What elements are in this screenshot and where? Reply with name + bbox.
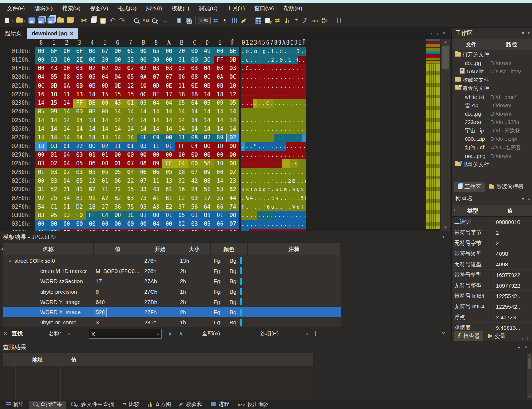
hex-byte[interactable]: 66 <box>214 203 226 212</box>
hex-byte[interactable]: 14 <box>214 177 226 186</box>
hex-byte[interactable]: 00 <box>226 211 239 220</box>
hex-byte[interactable]: 03 <box>175 64 188 73</box>
hex-byte[interactable]: 34 <box>60 194 73 203</box>
hex-byte[interactable]: 61 <box>162 185 175 194</box>
hex-byte[interactable]: 63 <box>47 56 60 65</box>
menu-item-h[interactable]: 帮助(H) <box>279 4 307 13</box>
close-all-button[interactable] <box>65 16 74 25</box>
ascii-span[interactable]: .o.o.g.l.e. .I.n <box>241 47 306 56</box>
hex-byte[interactable]: 36 <box>111 203 124 212</box>
inspector-row[interactable]: 带符号 Int641225542... <box>452 291 532 301</box>
hex-byte[interactable]: 14 <box>175 116 188 125</box>
hex-byte[interactable]: 0A <box>60 82 73 90</box>
workspace-file-row[interactable]: white.txtD:\d...emo\ <box>452 93 532 101</box>
hex-byte[interactable]: 00 <box>162 134 175 142</box>
template-row[interactable]: WORD Y_image64027Dh2hFg:Bg: <box>3 297 341 307</box>
hex-byte[interactable]: 04 <box>188 99 201 108</box>
hex-byte[interactable]: 00 <box>201 142 214 151</box>
hex-byte[interactable]: 00 <box>188 56 201 65</box>
find-input[interactable]: X∧ <box>89 329 162 339</box>
menu-item-e[interactable]: 编辑(E) <box>30 4 57 13</box>
hex-byte[interactable]: 00 <box>60 220 73 229</box>
hex-byte[interactable]: 14 <box>150 116 162 125</box>
hex-byte[interactable]: 75 <box>124 203 137 212</box>
hex-byte[interactable]: 00 <box>35 56 47 65</box>
hex-byte[interactable]: FF <box>214 56 226 65</box>
hex-byte[interactable]: DB <box>86 99 99 108</box>
hex-byte[interactable]: 00 <box>137 220 150 229</box>
scroll-up-icon[interactable]: ▲ <box>527 354 532 357</box>
hex-byte[interactable]: 07 <box>137 177 150 186</box>
replace-button[interactable]: AB <box>141 16 150 25</box>
hex-byte[interactable]: 14 <box>73 134 86 142</box>
scrollbar-thumb[interactable] <box>442 46 449 69</box>
inspector-row[interactable]: 带符号短型4098 <box>452 248 532 259</box>
hex-byte[interactable]: 74 <box>226 203 239 212</box>
hex-byte[interactable]: 14 <box>124 134 137 142</box>
menu-item-w[interactable]: 窗口(W) <box>249 4 279 13</box>
ascii-span[interactable]: T. ..'6u.. .Vdft <box>241 203 306 212</box>
find-options-dropdown-icon[interactable]: ∧ <box>306 332 309 335</box>
hex-byte[interactable]: 05 <box>226 99 239 108</box>
status-tab-直方图[interactable]: 直方图 <box>145 401 175 409</box>
hex-byte[interactable]: 20 <box>99 56 111 65</box>
ascii-span[interactable]: 1R!Abqr.3Ca.$QS. <box>241 185 306 194</box>
highlight-button[interactable] <box>240 16 248 25</box>
hex-byte[interactable]: 04 <box>201 64 214 73</box>
inspector-row[interactable]: 无符号 Int641225542... <box>452 301 532 312</box>
hex-byte[interactable]: 6C <box>124 47 137 56</box>
hex-byte[interactable]: 14 <box>201 108 214 116</box>
hex-byte[interactable]: 02 <box>226 168 239 177</box>
hex-byte[interactable]: 14 <box>150 108 162 116</box>
ascii-span[interactable]: ................ <box>241 108 306 116</box>
hex-byte[interactable]: 00 <box>99 99 111 108</box>
hex-byte[interactable]: 17 <box>162 90 175 99</box>
hex-byte[interactable]: 0D <box>73 108 86 116</box>
hex-byte[interactable]: 03 <box>226 64 239 73</box>
hex-byte[interactable]: 15 <box>99 90 111 99</box>
template-col-3[interactable]: 大小 <box>178 243 211 255</box>
hex-byte[interactable]: 05 <box>99 168 111 177</box>
hex-byte[interactable]: FF <box>162 159 175 168</box>
inspector-row[interactable]: 浮点2.40723... <box>452 312 532 323</box>
hex-byte[interactable]: 09 <box>47 108 60 116</box>
ascii-span[interactable]: ."....... <box>249 142 286 151</box>
inspector-nav-left-icon[interactable]: ‹ <box>521 335 523 341</box>
hex-byte[interactable]: 06 <box>214 220 226 229</box>
workspace-file-row[interactable]: ★收藏的文件 <box>452 76 532 84</box>
hex-byte[interactable]: B1 <box>162 194 175 203</box>
hex-byte[interactable]: 14 <box>175 108 188 116</box>
hex-byte[interactable]: D1 <box>60 203 73 212</box>
hex-byte[interactable]: 01 <box>162 142 175 151</box>
find-in-files-button[interactable]: ▸ <box>151 16 160 25</box>
hex-byte[interactable]: 07 <box>188 168 201 177</box>
hex-byte[interactable]: 18 <box>214 90 226 99</box>
hex-byte[interactable]: 00 <box>111 211 124 220</box>
save-button[interactable] <box>27 16 36 25</box>
hex-byte[interactable]: 07 <box>124 159 137 168</box>
hex-byte[interactable]: 54 <box>35 203 47 212</box>
hex-byte[interactable]: 14 <box>111 108 124 116</box>
hex-byte[interactable]: 11 <box>60 90 73 99</box>
hex-byte[interactable]: 14 <box>60 125 73 134</box>
hex-byte[interactable]: 22 <box>124 177 137 186</box>
checksum-button[interactable]: Σ✓ <box>301 16 310 25</box>
hex-byte[interactable]: 00 <box>124 220 137 229</box>
status-tab-比较[interactable]: ?比较 <box>119 401 143 409</box>
hex-byte[interactable]: 03 <box>111 64 124 73</box>
inspector-scroll-up-icon[interactable]: ▲ <box>452 208 457 212</box>
hex-byte[interactable]: 31 <box>35 185 47 194</box>
ascii-span[interactable]: .c... .2.0.1.6 <box>241 56 298 65</box>
hex-byte[interactable]: 56 <box>188 203 201 212</box>
ascii-span[interactable]: ..... <box>286 142 306 151</box>
hex-byte[interactable]: 0A <box>137 73 150 82</box>
ascii-span[interactable]: ......."...2B..# <box>241 177 306 186</box>
minimap[interactable] <box>426 39 440 231</box>
hex-byte[interactable]: 14 <box>86 134 99 142</box>
hex-byte[interactable]: 14 <box>226 125 239 134</box>
hex-byte[interactable]: 15 <box>124 185 137 194</box>
hex-byte[interactable]: 14 <box>201 116 214 125</box>
hex-byte[interactable]: 12 <box>226 90 239 99</box>
charset-button[interactable]: ⇄ <box>211 16 220 25</box>
hex-byte[interactable]: 11 <box>111 142 124 151</box>
